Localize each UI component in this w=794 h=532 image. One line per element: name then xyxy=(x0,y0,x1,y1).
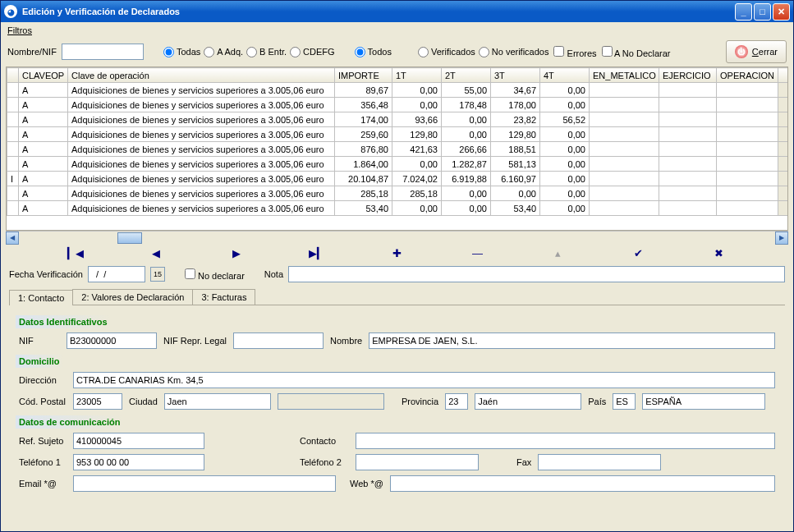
cp-input[interactable] xyxy=(73,393,122,410)
window: ◕ Edición y Verificación de Declarados _… xyxy=(0,0,794,532)
tel1-label: Teléfono 1 xyxy=(19,457,67,467)
pais-code-input[interactable] xyxy=(613,393,636,410)
nav-last-button[interactable]: ▶▎ xyxy=(277,247,357,259)
radio-todos[interactable]: Todos xyxy=(355,47,392,57)
table-row[interactable]: AAdquisiciones de bienes y servicios sup… xyxy=(7,201,788,216)
nifrepr-label: NIF Repr. Legal xyxy=(163,336,227,346)
data-grid[interactable]: CLAVEOP Clave de operación IMPORTE 1T 2T… xyxy=(6,66,788,231)
close-window-button[interactable]: ✕ xyxy=(773,3,790,21)
nota-label: Nota xyxy=(264,269,283,279)
table-row[interactable]: AAdquisiciones de bienes y servicios sup… xyxy=(7,112,788,127)
nombre-nif-input[interactable] xyxy=(62,44,144,60)
tab-valores[interactable]: 2: Valores de Declaración xyxy=(72,289,193,305)
direccion-label: Dirección xyxy=(19,375,67,385)
radio-cdefg[interactable]: CDEFG xyxy=(290,47,335,57)
email-input[interactable] xyxy=(73,475,336,492)
nifrepr-input[interactable] xyxy=(233,332,324,349)
verification-row: Fecha Verificación 15 No declarar Nota xyxy=(2,263,792,286)
web-input[interactable] xyxy=(390,475,775,492)
calendar-icon[interactable]: 15 xyxy=(150,267,165,282)
power-icon: ⏻ xyxy=(735,45,748,58)
table-row[interactable]: AAdquisiciones de bienes y servicios sup… xyxy=(7,186,788,201)
grid-header-row: CLAVEOP Clave de operación IMPORTE 1T 2T… xyxy=(7,68,788,83)
fecha-verif-input[interactable] xyxy=(88,266,145,282)
app-icon: ◕ xyxy=(4,5,17,18)
col-metalico[interactable]: EN_METALICO xyxy=(590,68,659,83)
ciudad-aux-input xyxy=(278,393,384,410)
table-row[interactable]: AAdquisiciones de bienes y servicios sup… xyxy=(7,98,788,112)
scroll-thumb[interactable] xyxy=(117,232,142,244)
tel2-input[interactable] xyxy=(356,454,479,470)
content-area: Filtros Nombre/NIF Todas A Adq. B Entr. … xyxy=(1,22,793,531)
refsujeto-input[interactable] xyxy=(73,433,204,449)
nav-cancel-button[interactable]: ✖ xyxy=(678,247,759,259)
tel1-input[interactable] xyxy=(73,454,204,470)
radio-todas[interactable]: Todas xyxy=(163,47,200,57)
radio-aadq[interactable]: A Adq. xyxy=(204,47,243,57)
pais-label: País xyxy=(588,397,606,406)
tab-contacto[interactable]: 1: Contacto xyxy=(9,290,73,305)
ciudad-label: Ciudad xyxy=(129,397,158,406)
filtros-link[interactable]: Filtros xyxy=(2,24,792,37)
nif-input[interactable] xyxy=(67,332,157,349)
horizontal-scrollbar[interactable]: ◀ ▶ xyxy=(6,231,788,244)
col-4t[interactable]: 4T xyxy=(540,68,590,83)
section-datos-ident: Datos Identificativos xyxy=(19,312,775,330)
nav-first-button[interactable]: ▎◀ xyxy=(35,247,116,259)
tab-facturas[interactable]: 3: Facturas xyxy=(192,289,255,305)
pais-select[interactable]: ESPAÑA xyxy=(642,393,765,410)
ciudad-input[interactable] xyxy=(164,393,271,410)
scroll-right-icon[interactable]: ▶ xyxy=(775,232,788,245)
record-nav-bar: ▎◀ ◀ ▶ ▶▎ ✚ — ▴ ✔ ✖ xyxy=(2,244,792,263)
nota-input[interactable] xyxy=(288,266,785,282)
chk-anodeclarar[interactable]: A No Declarar xyxy=(602,46,671,58)
col-clave[interactable]: Clave de operación xyxy=(68,68,335,83)
col-operacion[interactable]: OPERACION xyxy=(717,68,778,83)
provincia-select[interactable]: Jaén xyxy=(475,393,581,410)
minimize-button[interactable]: _ xyxy=(735,3,752,21)
web-label: Web *@ xyxy=(342,479,383,488)
cerrar-button[interactable]: ⏻ Cerrar xyxy=(726,40,787,63)
chk-nodeclarar[interactable]: No declarar xyxy=(185,268,245,281)
radio-bentr[interactable]: B Entr. xyxy=(246,47,287,57)
nif-label: NIF xyxy=(19,336,60,346)
cp-label: Cód. Postal xyxy=(19,397,67,406)
fax-input[interactable] xyxy=(538,454,661,470)
col-1t[interactable]: 1T xyxy=(392,68,442,83)
table-row[interactable]: AAdquisiciones de bienes y servicios sup… xyxy=(7,83,788,98)
col-2t[interactable]: 2T xyxy=(442,68,491,83)
contacto-input[interactable] xyxy=(356,433,775,449)
provincia-code-input[interactable] xyxy=(445,393,468,410)
col-3t[interactable]: 3T xyxy=(491,68,540,83)
table-row[interactable]: AAdquisiciones de bienes y servicios sup… xyxy=(7,157,788,172)
col-importe[interactable]: IMPORTE xyxy=(335,68,392,83)
radio-verificados[interactable]: Verificados xyxy=(418,47,475,57)
chk-errores[interactable]: Errores xyxy=(553,46,596,58)
tab-bar: 1: Contacto 2: Valores de Declaración 3:… xyxy=(9,289,785,305)
provincia-label: Provincia xyxy=(402,397,438,406)
fecha-verif-label: Fecha Verificación xyxy=(9,269,83,279)
col-ejercicio[interactable]: EJERCICIO xyxy=(659,68,717,83)
filter-radio-group-2: Todos Verificados No verificados xyxy=(355,47,549,57)
nav-edit-button[interactable]: ▴ xyxy=(517,247,598,259)
table-row[interactable]: AAdquisiciones de bienes y servicios sup… xyxy=(7,142,788,157)
tel2-label: Teléfono 2 xyxy=(300,457,349,467)
table-row[interactable]: AAdquisiciones de bienes y servicios sup… xyxy=(7,127,788,142)
radio-noverificados[interactable]: No verificados xyxy=(479,47,549,57)
nav-next-button[interactable]: ▶ xyxy=(196,247,277,259)
nav-prev-button[interactable]: ◀ xyxy=(116,247,196,259)
table-row[interactable]: IAAdquisiciones de bienes y servicios su… xyxy=(7,172,788,186)
nombre-input[interactable] xyxy=(369,332,775,349)
filter-radio-group-1: Todas A Adq. B Entr. CDEFG xyxy=(163,47,335,57)
section-comunicacion: Datos de comunicación xyxy=(19,412,775,430)
col-claveop[interactable]: CLAVEOP xyxy=(19,68,68,83)
refsujeto-label: Ref. Sujeto xyxy=(19,436,67,446)
nav-delete-button[interactable]: — xyxy=(437,247,517,259)
col-selector[interactable] xyxy=(7,68,19,83)
scroll-left-icon[interactable]: ◀ xyxy=(6,232,19,245)
nav-add-button[interactable]: ✚ xyxy=(357,247,438,259)
nav-confirm-button[interactable]: ✔ xyxy=(598,247,678,259)
maximize-button[interactable]: □ xyxy=(754,3,771,21)
nombre-nif-label: Nombre/NIF xyxy=(7,47,57,57)
direccion-input[interactable] xyxy=(73,372,775,388)
